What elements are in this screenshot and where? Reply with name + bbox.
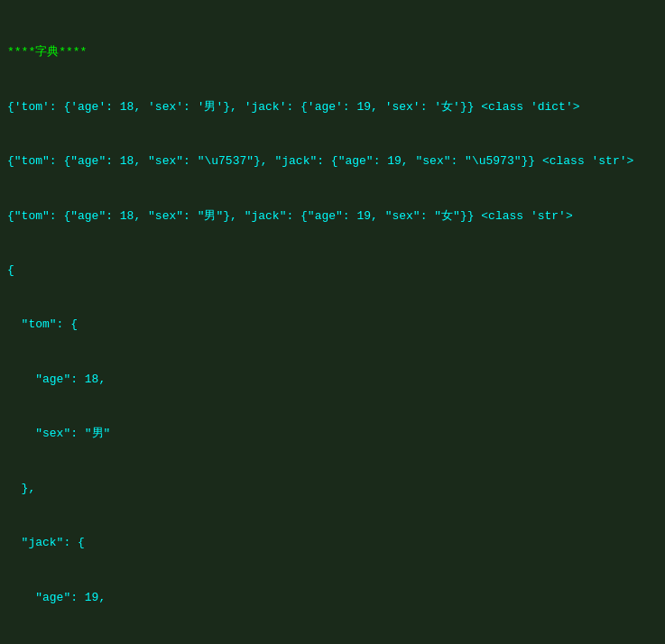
title-line: ****字典**** [7,43,658,61]
line-9: "jack": { [7,534,658,552]
line-3: {"tom": {"age": 18, "sex": "男"}, "jack":… [7,207,658,225]
line-1: {'tom': {'age': 18, 'sex': '男'}, 'jack':… [7,98,658,116]
line-7: "sex": "男" [7,425,658,443]
line-4: { [7,262,658,280]
line-10: "age": 19, [7,589,658,607]
line-6: "age": 18, [7,371,658,389]
line-2: {"tom": {"age": 18, "sex": "\u7537"}, "j… [7,152,658,170]
line-8: }, [7,480,658,498]
line-5: "tom": { [7,316,658,334]
code-output: ****字典**** {'tom': {'age': 18, 'sex': '男… [7,7,658,644]
